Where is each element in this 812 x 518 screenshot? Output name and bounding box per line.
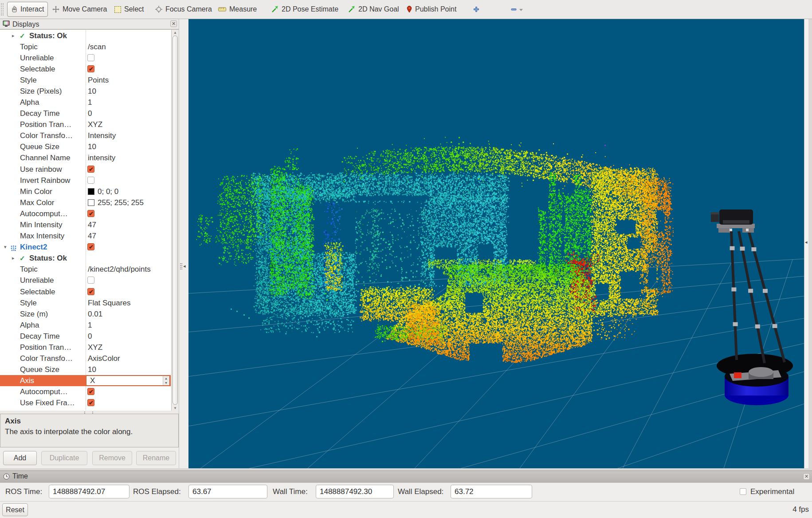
tree-row-max-intensity[interactable]: Max Intensity47 <box>0 230 171 241</box>
row-value[interactable]: Points <box>88 75 109 86</box>
tree-row-selectable[interactable]: Selectable <box>0 63 171 75</box>
tree-row-position-tran-[interactable]: Position Tran…XYZ <box>0 119 171 130</box>
tree-row-size-m-[interactable]: Size (m)0.01 <box>0 308 171 320</box>
tree-row-autocomput-[interactable]: Autocomput… <box>0 208 171 219</box>
row-value[interactable]: intensity <box>88 152 115 163</box>
color-swatch[interactable] <box>88 188 94 195</box>
tree-row-alpha[interactable]: Alpha1 <box>0 97 171 108</box>
rename-button[interactable]: Rename <box>136 451 176 465</box>
expander-icon[interactable]: ▾ <box>4 241 7 253</box>
tree-row-min-color[interactable]: Min Color0; 0; 0 <box>0 186 171 197</box>
toolbar-button-move-camera[interactable]: Move Camera <box>49 2 110 17</box>
tree-row-size-pixels-[interactable]: Size (Pixels)10 <box>0 86 171 97</box>
row-value[interactable]: 10 <box>88 141 96 152</box>
axis-combo[interactable]: X▲▼ <box>86 376 170 386</box>
tree-row-autocomput-[interactable]: Autocomput… <box>0 386 171 397</box>
tree-scrollbar[interactable]: ▲ ▼ <box>171 30 179 411</box>
tree-row-color-transfo-[interactable]: Color Transfo…AxisColor <box>0 353 171 364</box>
displays-close-icon[interactable]: ✕ <box>170 20 177 27</box>
row-checkbox[interactable] <box>87 243 94 250</box>
scroll-thumb[interactable] <box>173 36 178 405</box>
tree-row-max-color[interactable]: Max Color255; 255; 255 <box>0 197 171 208</box>
row-checkbox[interactable] <box>87 277 94 284</box>
toolbar-button-measure[interactable]: Measure <box>215 2 260 17</box>
add-button[interactable]: Add <box>3 451 37 465</box>
collapse-left-icon[interactable]: ◂ <box>183 263 186 269</box>
row-value[interactable]: /scan <box>88 41 106 52</box>
row-value[interactable]: 47 <box>88 219 96 230</box>
row-checkbox[interactable] <box>87 65 94 72</box>
collapse-right-icon[interactable]: ◂ <box>805 239 808 245</box>
tree-row-style[interactable]: StylePoints <box>0 75 171 86</box>
tree-row-queue-size[interactable]: Queue Size10 <box>0 141 171 152</box>
tree-row-decay-time[interactable]: Decay Time0 <box>0 108 171 119</box>
viewport-3d[interactable] <box>188 19 804 468</box>
row-value[interactable]: Flat Squares <box>88 297 130 308</box>
expander-icon[interactable]: ▸ <box>12 30 15 41</box>
row-value[interactable]: 1 <box>88 320 92 331</box>
tree-row-topic[interactable]: Topic/scan <box>0 41 171 52</box>
tree-row-axis[interactable]: AxisX▲▼ <box>0 375 171 386</box>
row-value[interactable]: 0.01 <box>88 308 102 320</box>
row-checkbox[interactable] <box>87 399 94 406</box>
row-value[interactable]: 0 <box>88 108 92 119</box>
row-checkbox[interactable] <box>87 388 94 395</box>
row-value[interactable]: 10 <box>88 86 96 97</box>
spinner[interactable]: ▲▼ <box>163 376 169 385</box>
row-value[interactable]: 0; 0; 0 <box>98 186 118 197</box>
row-checkbox[interactable] <box>87 210 94 217</box>
tree-row-topic[interactable]: Topic/kinect2/qhd/points <box>0 264 171 275</box>
row-value[interactable]: 0 <box>88 331 92 342</box>
toolbar-button-publish-point[interactable]: Publish Point <box>403 2 460 17</box>
ros-time-input[interactable]: 1488887492.07 <box>49 485 129 498</box>
tree-row-min-intensity[interactable]: Min Intensity47 <box>0 219 171 230</box>
tree-row-use-fixed-fra-[interactable]: Use Fixed Fra… <box>0 397 171 408</box>
toolbar-button-pose-estimate[interactable]: 2D Pose Estimate <box>268 2 342 17</box>
row-value[interactable]: AxisColor <box>88 353 120 364</box>
tree-row-unreliable[interactable]: Unreliable <box>0 52 171 63</box>
scroll-up-icon[interactable]: ▲ <box>173 30 178 35</box>
duplicate-button[interactable]: Duplicate <box>41 451 87 465</box>
row-value[interactable]: /kinect2/qhd/points <box>88 264 151 275</box>
right-splitter[interactable]: ◂ <box>804 19 808 468</box>
tree-row-selectable[interactable]: Selectable <box>0 286 171 297</box>
wall-elapsed-input[interactable]: 63.72 <box>451 485 532 498</box>
tree-row-status-ok[interactable]: ▸✓Status: Ok <box>0 253 171 264</box>
row-value[interactable]: XYZ <box>88 119 102 130</box>
tree-row-use-rainbow[interactable]: Use rainbow <box>0 164 171 175</box>
row-checkbox[interactable] <box>87 54 94 61</box>
time-close-icon[interactable]: ✕ <box>803 473 810 480</box>
row-value[interactable]: 255; 255; 255 <box>98 197 144 208</box>
reset-button[interactable]: Reset <box>2 503 28 516</box>
row-checkbox[interactable] <box>87 177 94 184</box>
toolbar-button-nav-goal[interactable]: 2D Nav Goal <box>345 2 403 17</box>
tree-row-decay-time[interactable]: Decay Time0 <box>0 331 171 342</box>
tree-row-position-tran-[interactable]: Position Tran…XYZ <box>0 342 171 353</box>
toolbar-button-add-tool[interactable] <box>469 2 483 17</box>
row-value[interactable]: 10 <box>88 364 96 375</box>
expander-icon[interactable]: ▸ <box>12 253 15 264</box>
row-checkbox[interactable] <box>87 288 94 295</box>
toolbar-button-focus-camera[interactable]: Focus Camera <box>152 2 216 17</box>
toolbar-button-select[interactable]: Select <box>111 2 147 17</box>
toolbar-button-remove-tool[interactable] <box>507 2 527 17</box>
row-value[interactable]: Intensity <box>88 130 116 141</box>
vertical-splitter[interactable]: ◂ <box>179 19 188 468</box>
tree-row-style[interactable]: StyleFlat Squares <box>0 297 171 308</box>
tree-row-unreliable[interactable]: Unreliable <box>0 275 171 286</box>
remove-button[interactable]: Remove <box>92 451 132 465</box>
row-value[interactable]: 47 <box>88 230 96 241</box>
tree-row-status-ok[interactable]: ▸✓Status: Ok <box>0 30 171 41</box>
panel-splitter[interactable] <box>0 411 179 414</box>
tree-row-color-transfo-[interactable]: Color Transfo…Intensity <box>0 130 171 141</box>
tree-row-kinect2[interactable]: ▾Kinect2 <box>0 241 171 253</box>
tree-row-invert-rainbow[interactable]: Invert Rainbow <box>0 175 171 186</box>
tree-row-queue-size[interactable]: Queue Size10 <box>0 364 171 375</box>
color-swatch[interactable] <box>88 199 94 206</box>
scroll-down-icon[interactable]: ▼ <box>173 406 178 411</box>
experimental-checkbox[interactable] <box>740 488 746 495</box>
wall-time-input[interactable]: 1488887492.30 <box>316 485 394 498</box>
toolbar-button-interact[interactable]: Interact <box>7 2 48 17</box>
row-value[interactable]: XYZ <box>88 342 102 353</box>
tree-row-channel-name[interactable]: Channel Nameintensity <box>0 152 171 163</box>
